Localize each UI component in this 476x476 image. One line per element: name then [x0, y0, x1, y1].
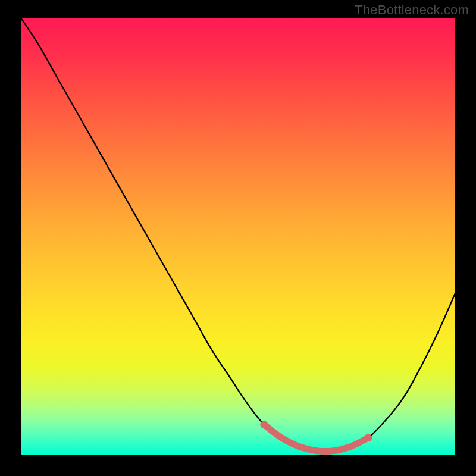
chart-frame: TheBottleneck.com — [0, 0, 476, 476]
plot-area — [21, 18, 455, 455]
optimal-range-start-dot — [260, 421, 268, 428]
bottleneck-curve — [21, 18, 455, 452]
optimal-range-highlight — [264, 425, 368, 452]
watermark-text: TheBottleneck.com — [355, 2, 469, 18]
chart-svg — [21, 18, 455, 455]
optimal-range-end-dot — [365, 434, 372, 441]
